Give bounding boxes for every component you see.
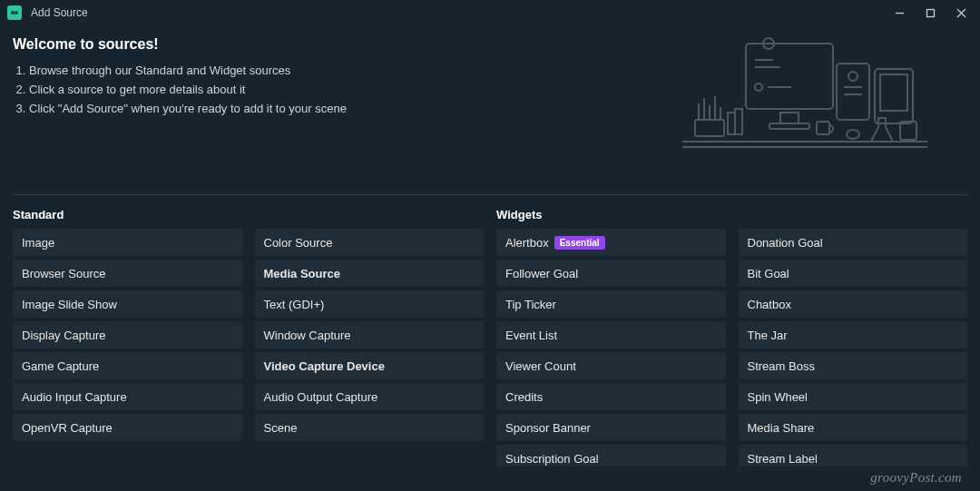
window-controls — [887, 1, 973, 25]
standard-section: Standard Image Browser Source Image Slid… — [13, 208, 484, 466]
source-media-source[interactable]: Media Source — [255, 260, 485, 287]
app-icon — [7, 5, 22, 20]
source-video-capture-device[interactable]: Video Capture Device — [255, 352, 485, 379]
widget-media-share[interactable]: Media Share — [739, 414, 968, 441]
source-game-capture[interactable]: Game Capture — [13, 352, 242, 379]
desk-illustration — [682, 36, 927, 154]
svg-point-10 — [755, 83, 762, 91]
svg-rect-12 — [780, 113, 799, 123]
standard-header: Standard — [13, 208, 484, 221]
svg-rect-6 — [746, 44, 833, 109]
source-browser-source[interactable]: Browser Source — [13, 260, 242, 287]
widget-the-jar[interactable]: The Jar — [739, 321, 968, 349]
widget-chatbox[interactable]: Chatbox — [739, 290, 968, 318]
window-title: Add Source — [31, 6, 887, 19]
svg-point-25 — [847, 130, 859, 139]
widget-tip-ticker[interactable]: Tip Ticker — [496, 290, 726, 318]
step-item: Click a source to get more details about… — [29, 81, 347, 100]
widget-spin-wheel[interactable]: Spin Wheel — [739, 383, 968, 410]
welcome-section: Welcome to sources! Browse through our S… — [13, 36, 967, 195]
widget-donation-goal[interactable]: Donation Goal — [739, 229, 968, 256]
svg-rect-13 — [769, 123, 809, 129]
sources-area: Standard Image Browser Source Image Slid… — [13, 208, 967, 466]
watermark: groovyPost.com — [870, 470, 962, 486]
widgets-header: Widgets — [496, 208, 967, 221]
maximize-button[interactable] — [918, 1, 942, 25]
source-image[interactable]: Image — [13, 229, 242, 256]
essential-badge: Essential — [554, 236, 605, 250]
source-scene[interactable]: Scene — [255, 414, 485, 441]
step-item: Click "Add Source" when you're ready to … — [29, 100, 347, 119]
source-audio-input-capture[interactable]: Audio Input Capture — [13, 383, 242, 410]
widget-stream-label[interactable]: Stream Label — [739, 445, 968, 466]
titlebar: Add Source — [0, 0, 980, 25]
source-window-capture[interactable]: Window Capture — [255, 321, 485, 349]
minimize-button[interactable] — [887, 1, 911, 25]
svg-rect-21 — [728, 113, 735, 134]
svg-rect-23 — [817, 122, 829, 134]
svg-point-1 — [15, 11, 18, 15]
svg-point-15 — [848, 72, 858, 81]
source-color-source[interactable]: Color Source — [255, 229, 485, 256]
widget-viewer-count[interactable]: Viewer Count — [496, 352, 726, 379]
widget-bit-goal[interactable]: Bit Goal — [739, 260, 968, 287]
source-audio-output-capture[interactable]: Audio Output Capture — [255, 383, 485, 410]
widget-sponsor-banner[interactable]: Sponsor Banner — [496, 414, 726, 441]
step-item: Browse through our Standard and Widget s… — [29, 62, 347, 81]
widgets-section: Widgets Alertbox Essential Follower Goal… — [496, 208, 967, 466]
svg-rect-3 — [926, 9, 934, 16]
source-text-gdi[interactable]: Text (GDI+) — [255, 290, 485, 318]
welcome-heading: Welcome to sources! — [13, 36, 347, 53]
svg-rect-20 — [695, 120, 724, 136]
welcome-steps: Browse through our Standard and Widget s… — [13, 62, 347, 118]
widget-alertbox[interactable]: Alertbox Essential — [496, 229, 726, 256]
source-openvr-capture[interactable]: OpenVR Capture — [13, 414, 242, 441]
svg-rect-22 — [735, 109, 742, 134]
source-image-slide-show[interactable]: Image Slide Show — [13, 290, 242, 318]
widget-follower-goal[interactable]: Follower Goal — [496, 260, 726, 287]
widget-stream-boss[interactable]: Stream Boss — [739, 352, 968, 379]
svg-point-0 — [11, 11, 15, 15]
widget-credits[interactable]: Credits — [496, 383, 726, 410]
source-display-capture[interactable]: Display Capture — [13, 321, 242, 349]
close-button[interactable] — [949, 1, 973, 25]
svg-rect-19 — [880, 74, 907, 111]
widget-event-list[interactable]: Event List — [496, 321, 726, 349]
widget-subscription-goal[interactable]: Subscription Goal — [496, 445, 726, 466]
